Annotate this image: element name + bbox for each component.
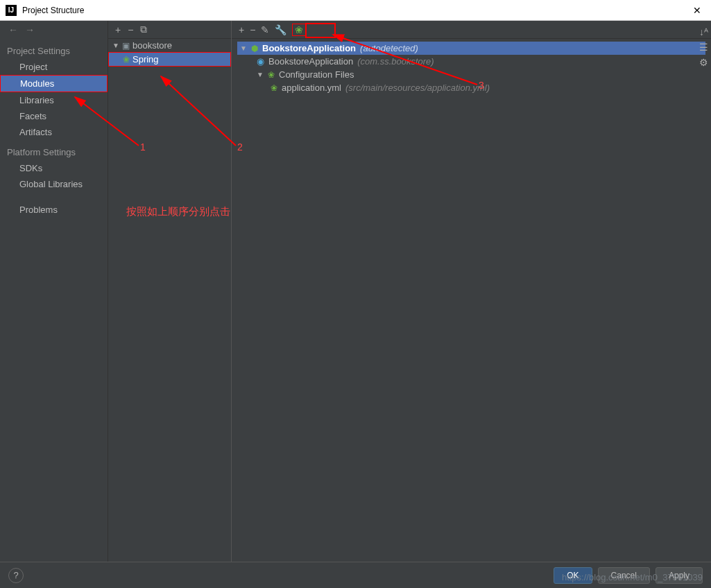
class-icon: ◉: [257, 56, 264, 67]
spring-icon: ❀: [123, 55, 130, 64]
nav-project[interactable]: Project: [0, 59, 108, 75]
module-root-label: bookstore: [132, 40, 172, 51]
nav-sdks[interactable]: SDKs: [0, 160, 108, 176]
copy-icon[interactable]: ⧉: [140, 24, 147, 35]
nav-history: ← →: [0, 21, 108, 39]
forward-icon[interactable]: →: [25, 24, 35, 35]
sort-icon[interactable]: ↓ᴬ: [699, 26, 708, 37]
nav-problems[interactable]: Problems: [0, 202, 108, 218]
close-icon[interactable]: ✕: [689, 5, 705, 16]
config-files-label: Configuration Files: [279, 69, 354, 80]
footer-buttons: OK Cancel Apply: [554, 567, 703, 584]
app-icon: IJ: [6, 5, 17, 16]
spring-config-icon[interactable]: ❀: [292, 24, 306, 36]
apply-button[interactable]: Apply: [656, 567, 703, 584]
config-group-icon: ❀: [268, 70, 275, 80]
app-class-pkg: (com.ss.bookstore): [357, 56, 434, 67]
add-icon[interactable]: +: [115, 24, 121, 35]
nav-facets[interactable]: Facets: [0, 108, 108, 124]
facet-detail-panel: + − ✎ 🔧 ❀ ▼ ⬢ BookstoreApplication (auto…: [232, 21, 711, 562]
dialog-footer: ? OK Cancel Apply: [0, 562, 711, 588]
facet-toolbar: + − ✎ 🔧 ❀: [232, 21, 711, 39]
filter-icon[interactable]: ☰: [699, 42, 708, 53]
app-title: BookstoreApplication: [262, 43, 356, 53]
expand-icon: ▼: [240, 44, 247, 52]
remove-context-icon[interactable]: −: [250, 24, 255, 35]
config-file-label: application.yml: [282, 83, 341, 93]
nav-global-libraries[interactable]: Global Libraries: [0, 176, 108, 192]
app-class-row[interactable]: ◉ BookstoreApplication (com.ss.bookstore…: [237, 55, 705, 68]
facet-tree: ▼ ⬢ BookstoreApplication (autodetected) …: [232, 39, 711, 97]
section-platform-settings: Platform Settings: [0, 140, 108, 160]
modules-panel: + − ⧉ ▼ ▣ bookstore ❀ Spring: [108, 21, 232, 562]
modules-toolbar: + − ⧉: [108, 21, 231, 39]
module-spring-label: Spring: [132, 54, 159, 64]
app-context-root[interactable]: ▼ ⬢ BookstoreApplication (autodetected): [237, 42, 705, 55]
expand-icon: ▼: [257, 71, 264, 78]
module-spring[interactable]: ❀ Spring: [108, 52, 231, 67]
config-file-path: (src/main/resources/application.yml): [345, 83, 490, 93]
nav-artifacts[interactable]: Artifacts: [0, 124, 108, 140]
main-area: ← → Project Settings Project Modules Lib…: [0, 21, 711, 562]
nav-modules[interactable]: Modules: [0, 75, 108, 92]
yml-icon: ❀: [271, 83, 277, 93]
settings-icon[interactable]: ⚙: [699, 57, 708, 68]
module-root[interactable]: ▼ ▣ bookstore: [108, 39, 231, 52]
help-button[interactable]: ?: [8, 568, 24, 583]
app-note: (autodetected): [360, 43, 418, 53]
edit-icon[interactable]: ✎: [261, 24, 269, 35]
sidebar: ← → Project Settings Project Modules Lib…: [0, 21, 108, 562]
cancel-button[interactable]: Cancel: [598, 567, 650, 584]
nav-libraries[interactable]: Libraries: [0, 92, 108, 108]
ok-button[interactable]: OK: [554, 567, 592, 584]
side-tool-icons: ↓ᴬ ☰ ⚙: [699, 26, 708, 68]
back-icon[interactable]: ←: [8, 24, 18, 35]
spring-boot-icon: ⬢: [251, 44, 258, 53]
config-files-row[interactable]: ▼ ❀ Configuration Files: [237, 68, 705, 81]
folder-icon: ▣: [122, 41, 130, 51]
titlebar: IJ Project Structure ✕: [0, 0, 711, 21]
app-class-label: BookstoreApplication: [268, 56, 353, 67]
section-project-settings: Project Settings: [0, 39, 108, 59]
add-context-icon[interactable]: +: [239, 24, 244, 35]
config-file-row[interactable]: ❀ application.yml (src/main/resources/ap…: [237, 81, 705, 94]
remove-icon[interactable]: −: [128, 24, 133, 35]
window-title: Project Structure: [22, 6, 84, 15]
wrench-icon[interactable]: 🔧: [275, 24, 286, 35]
expand-icon: ▼: [112, 42, 119, 49]
